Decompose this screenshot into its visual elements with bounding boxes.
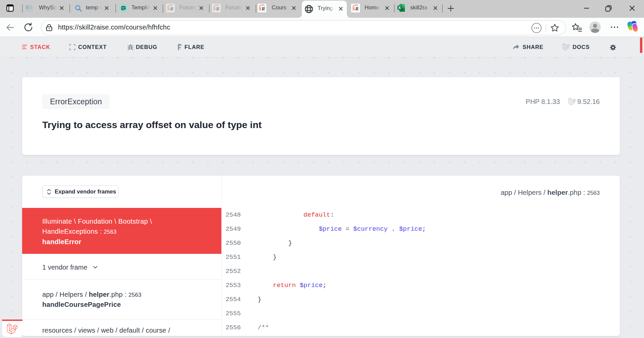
svg-text:S: S xyxy=(259,6,261,11)
svg-text:S: S xyxy=(352,6,355,11)
svg-text:S: S xyxy=(167,6,170,11)
svg-text:R: R xyxy=(216,6,219,11)
svg-text:R: R xyxy=(261,6,265,11)
svg-text:R: R xyxy=(355,6,359,11)
svg-text:X: X xyxy=(398,6,401,10)
svg-text:R: R xyxy=(170,6,173,11)
svg-text:S: S xyxy=(213,6,216,11)
